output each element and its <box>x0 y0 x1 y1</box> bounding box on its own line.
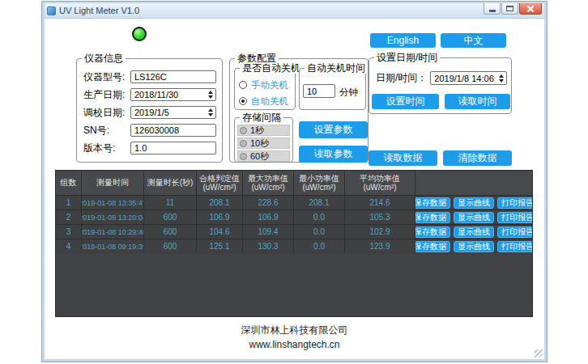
show-curve-button[interactable]: 显示曲线 <box>454 197 494 209</box>
spinner-up-icon[interactable] <box>499 74 504 78</box>
shutdown-time-input[interactable] <box>304 87 334 96</box>
cell-group: 2 <box>56 210 82 224</box>
set-time-button[interactable]: 设置时间 <box>372 94 439 109</box>
print-report-button[interactable]: 打印报告 <box>497 241 532 252</box>
production-date-label: 生产日期: <box>83 88 130 102</box>
clear-data-button[interactable]: 清除数据 <box>443 150 512 166</box>
radio-checked-icon[interactable] <box>239 97 247 105</box>
save-data-button[interactable]: 保存数据 <box>415 241 450 252</box>
minimize-icon <box>489 10 496 12</box>
title-bar[interactable]: UV Light Meter V1.0 <box>45 3 544 19</box>
spinner-up-icon[interactable] <box>208 91 213 94</box>
show-curve-button[interactable]: 显示曲线 <box>454 241 494 252</box>
print-report-button[interactable]: 打印报告 <box>497 212 532 223</box>
header-qualified: 合格判定值(uW/cm²) <box>197 171 243 195</box>
cell-max: 130.3 <box>243 239 294 253</box>
minimize-button[interactable] <box>484 3 501 15</box>
spinner[interactable] <box>498 74 506 83</box>
cell-avg: 105.3 <box>345 210 415 224</box>
cell-qualified: 106.9 <box>197 210 243 224</box>
instrument-info-group: 仪器信息 仪器型号: 生产日期: 调校日期: <box>76 58 223 163</box>
table-header: 组数 测量时间 测量时长(秒) 合格判定值(uW/cm²) 最大功率值(uW/c… <box>56 171 532 195</box>
cell-qualified: 125.1 <box>197 239 243 253</box>
spinner[interactable] <box>207 91 215 99</box>
radio-disabled-icon[interactable] <box>240 140 247 147</box>
app-window: UV Light Meter V1.0 English 中文 仪器信息 仪器型号… <box>42 2 547 362</box>
version-field[interactable] <box>130 142 216 154</box>
cell-time: 2019-01-08 13:35:47 <box>82 196 144 210</box>
interval-60s-label: 60秒 <box>250 150 269 163</box>
english-button[interactable]: English <box>370 33 436 48</box>
sn-field[interactable] <box>130 124 216 137</box>
window-title: UV Light Meter V1.0 <box>59 6 139 15</box>
cell-duration: 600 <box>144 210 197 224</box>
maximize-button[interactable] <box>501 3 518 15</box>
show-curve-button[interactable]: 显示曲线 <box>454 212 494 223</box>
set-params-button[interactable]: 设置参数 <box>299 121 368 138</box>
sn-label: SN号: <box>83 124 130 138</box>
datetime-field[interactable] <box>430 71 507 85</box>
model-row: 仪器型号: <box>83 70 216 83</box>
spinner[interactable] <box>207 108 215 116</box>
auto-shutdown-group: 是否自动关机 手动关机 自动关机 <box>234 68 296 110</box>
manual-shutdown-option[interactable]: 手动关机 <box>239 78 295 91</box>
interval-10s-option[interactable]: 10秒 <box>237 138 290 149</box>
datetime-row: 日期/时间： <box>376 71 507 85</box>
table-row[interactable]: 1 2019-01-08 13:35:47 11 208.1 228.6 208… <box>56 195 532 210</box>
cell-min: 0.0 <box>294 239 345 253</box>
table-row[interactable]: 3 2019-01-08 10:29:40 600 104.6 109.4 0.… <box>56 224 532 239</box>
chinese-button[interactable]: 中文 <box>441 33 506 48</box>
save-data-button[interactable]: 保存数据 <box>415 197 450 209</box>
show-curve-button[interactable]: 显示曲线 <box>454 226 494 238</box>
cell-min: 0.0 <box>294 225 345 239</box>
production-date-field[interactable] <box>130 88 216 101</box>
close-button[interactable] <box>519 3 542 15</box>
close-icon <box>526 5 535 13</box>
header-actions <box>415 171 532 195</box>
cell-duration: 600 <box>144 239 197 253</box>
auto-shutdown-option[interactable]: 自动关机 <box>239 95 295 108</box>
shutdown-time-unit: 分钟 <box>339 87 358 99</box>
radio-disabled-icon[interactable] <box>240 127 247 134</box>
production-date-input[interactable] <box>131 90 207 99</box>
calibration-date-field[interactable] <box>130 106 216 119</box>
cell-time: 2019-01-08 13:20:04 <box>82 210 144 224</box>
interval-60s-option[interactable]: 60秒 <box>237 150 290 162</box>
cell-max: 228.6 <box>243 196 294 210</box>
version-input[interactable] <box>131 143 215 153</box>
auto-shutdown-title: 是否自动关机 <box>240 62 303 74</box>
radio-icon[interactable] <box>239 81 247 89</box>
model-field[interactable] <box>130 70 216 83</box>
read-data-button[interactable]: 读取数据 <box>369 150 437 166</box>
interval-1s-option[interactable]: 1秒 <box>237 125 290 136</box>
spinner-down-icon[interactable] <box>208 95 213 99</box>
read-time-button[interactable]: 读取时间 <box>445 94 510 109</box>
calibration-date-input[interactable] <box>131 108 207 117</box>
save-data-button[interactable]: 保存数据 <box>415 212 450 223</box>
table-row[interactable]: 4 2019-01-08 09:19:35 600 125.1 130.3 0.… <box>56 239 532 253</box>
spinner-up-icon[interactable] <box>208 108 213 112</box>
radio-disabled-icon[interactable] <box>240 153 247 160</box>
print-report-button[interactable]: 打印报告 <box>497 197 532 209</box>
model-input[interactable] <box>131 72 215 82</box>
save-data-button[interactable]: 保存数据 <box>415 226 450 238</box>
spinner-down-icon[interactable] <box>208 113 213 116</box>
spinner-down-icon[interactable] <box>499 79 504 83</box>
sn-input[interactable] <box>131 125 215 135</box>
shutdown-time-field[interactable] <box>303 84 335 98</box>
print-report-button[interactable]: 打印报告 <box>497 226 532 238</box>
cell-qualified: 208.1 <box>197 196 243 210</box>
resize-grip-icon[interactable] <box>535 349 543 358</box>
screen: UV Light Meter V1.0 English 中文 仪器信息 仪器型号… <box>0 0 588 364</box>
cell-actions: 保存数据 显示曲线 打印报告 <box>415 225 532 239</box>
window-content: English 中文 仪器信息 仪器型号: 生产日期: 调校日期: <box>45 19 544 359</box>
read-params-button[interactable]: 读取参数 <box>299 146 368 163</box>
cell-qualified: 104.6 <box>197 225 243 239</box>
table-row[interactable]: 2 2019-01-08 13:20:04 600 106.9 106.9 0.… <box>56 210 532 224</box>
datetime-label: 日期/时间： <box>376 71 427 85</box>
version-label: 版本号: <box>83 142 130 155</box>
datetime-group: 设置日期/时间 日期/时间： 设置时间 读取时间 <box>369 57 512 114</box>
maximize-icon <box>506 6 513 11</box>
footer-company: 深圳市林上科技有限公司 <box>45 324 544 337</box>
datetime-input[interactable] <box>431 74 498 83</box>
